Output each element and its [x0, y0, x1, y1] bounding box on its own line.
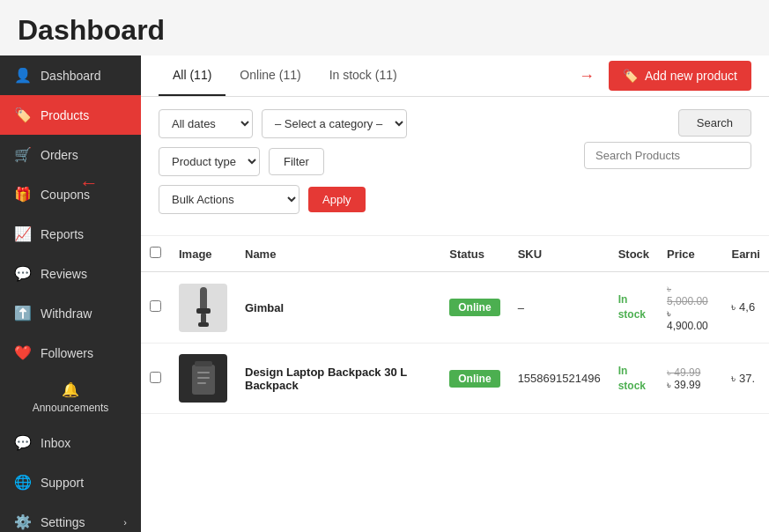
search-area: Search — [584, 109, 751, 169]
product-sku-cell: 1558691521496 — [509, 344, 610, 414]
header-stock: Stock — [610, 236, 658, 272]
select-all-checkbox[interactable] — [150, 247, 161, 258]
inbox-icon: 💬 — [14, 434, 32, 451]
sidebar-item-support[interactable]: 🌐 Support — [0, 462, 141, 502]
svg-rect-3 — [198, 322, 209, 327]
table-body: Gimbal Online – Instock ৳ 5,000.00 ৳ 4,9… — [141, 272, 769, 414]
product-name: Design Laptop Backpack 30 L Backpack — [245, 366, 407, 392]
status-badge: Online — [449, 370, 499, 388]
sidebar-item-label: Products — [41, 108, 89, 122]
sidebar-item-label: Support — [41, 476, 84, 490]
sidebar-item-settings[interactable]: ⚙️ Settings › — [0, 502, 141, 532]
product-image — [179, 284, 227, 332]
sidebar-item-reviews[interactable]: 💬 Reviews — [0, 254, 141, 293]
sidebar-item-products[interactable]: 🏷️ Products — [0, 95, 141, 135]
svg-rect-5 — [195, 361, 212, 366]
header-checkbox — [141, 236, 170, 272]
search-button[interactable]: Search — [678, 109, 751, 137]
svg-rect-0 — [200, 287, 207, 312]
sidebar-item-label: Followers — [41, 346, 93, 360]
table-header-row: Image Name Status SKU Stock Price Earni — [141, 236, 769, 272]
sidebar-item-label: Inbox — [41, 436, 70, 450]
product-name-cell: Gimbal — [236, 272, 440, 344]
products-icon: 🏷️ — [14, 107, 32, 123]
product-earnings-cell: ৳ 4,6 — [722, 272, 769, 344]
row-checkbox[interactable] — [150, 372, 161, 383]
page-title: Dashboard — [0, 0, 769, 55]
product-price-cell: ৳ 5,000.00 ৳ 4,900.00 — [658, 272, 722, 344]
add-product-icon: 🏷️ — [623, 69, 638, 83]
price-current: ৳ 4,900.00 — [667, 307, 714, 332]
product-sku: 1558691521496 — [518, 372, 601, 385]
product-stock: Instock — [618, 365, 646, 392]
sidebar-item-label: Dashboard — [41, 69, 101, 83]
sidebar-item-label: Reports — [41, 227, 84, 241]
svg-rect-8 — [197, 382, 206, 384]
reviews-icon: 💬 — [14, 265, 32, 282]
date-filter[interactable]: All dates Today This week This month — [159, 109, 253, 138]
table-row: Design Laptop Backpack 30 L Backpack Onl… — [141, 344, 769, 414]
add-product-label: Add new product — [645, 69, 737, 83]
price-original: ৳ 5,000.00 — [667, 283, 714, 307]
product-price-cell: ৳ 49.99 ৳ 39.99 — [658, 344, 722, 414]
sidebar-item-label: Orders — [41, 148, 78, 162]
row-checkbox-cell — [141, 272, 170, 344]
header-status: Status — [440, 236, 508, 272]
apply-button[interactable]: Apply — [308, 187, 366, 212]
product-status-cell: Online — [440, 344, 508, 414]
header-image: Image — [170, 236, 236, 272]
filter-row-3: Bulk Actions Edit Delete Apply — [159, 185, 751, 214]
product-image-cell — [170, 272, 236, 344]
product-name: Gimbal — [245, 301, 284, 314]
main-content: All (11) Online (11) In stock (11) → 🏷️ … — [141, 55, 769, 532]
orders-icon: 🛒 — [14, 146, 32, 163]
withdraw-icon: ⬆️ — [14, 305, 32, 321]
sidebar-item-label: Coupons — [41, 188, 90, 202]
sidebar-item-announcements[interactable]: 🔔 Announcements — [0, 373, 141, 423]
sidebar-item-label: Settings — [41, 515, 85, 529]
coupons-icon: 🎁 — [14, 186, 32, 203]
sidebar-item-reports[interactable]: 📈 Reports — [0, 214, 141, 254]
tab-in-stock[interactable]: In stock (11) — [315, 55, 411, 96]
product-stock-cell: Instock — [610, 272, 658, 344]
followers-icon: ❤️ — [14, 344, 32, 361]
row-checkbox[interactable] — [150, 300, 161, 312]
row-checkbox-cell — [141, 344, 170, 414]
products-table: Image Name Status SKU Stock Price Earni — [141, 236, 769, 414]
price-original: ৳ 49.99 — [667, 366, 714, 379]
tab-online[interactable]: Online (11) — [226, 55, 314, 96]
support-icon: 🌐 — [14, 474, 32, 491]
sidebar-item-withdraw[interactable]: ⬆️ Withdraw — [0, 293, 141, 333]
sidebar-item-coupons[interactable]: 🎁 Coupons — [0, 174, 141, 214]
svg-rect-4 — [192, 365, 215, 395]
product-type-filter[interactable]: Product type Simple Variable Grouped — [159, 147, 260, 176]
sidebar-item-orders[interactable]: 🛒 Orders — [0, 135, 141, 174]
sidebar-item-followers[interactable]: ❤️ Followers — [0, 333, 141, 373]
status-badge: Online — [449, 299, 499, 316]
bulk-actions-select[interactable]: Bulk Actions Edit Delete — [159, 185, 299, 214]
product-earnings: ৳ 4,6 — [731, 300, 755, 314]
product-sku-cell: – — [509, 272, 610, 344]
tab-all[interactable]: All (11) — [159, 55, 226, 96]
product-stock: Instock — [618, 293, 646, 321]
product-sku: – — [518, 301, 524, 314]
svg-rect-6 — [197, 372, 210, 373]
filter-button[interactable]: Filter — [269, 148, 324, 175]
sidebar: 👤 Dashboard 🏷️ Products 🛒 Orders 🎁 Coupo… — [0, 55, 141, 532]
svg-rect-1 — [196, 308, 211, 314]
tabs-list: All (11) Online (11) In stock (11) — [159, 55, 411, 96]
svg-rect-7 — [197, 377, 210, 379]
sidebar-item-dashboard[interactable]: 👤 Dashboard — [0, 55, 141, 95]
product-earnings: ৳ 37. — [731, 372, 755, 385]
sidebar-item-inbox[interactable]: 💬 Inbox — [0, 423, 141, 462]
add-new-product-button[interactable]: 🏷️ Add new product — [609, 61, 751, 91]
product-name-cell: Design Laptop Backpack 30 L Backpack — [236, 344, 440, 414]
category-filter[interactable]: – Select a category – — [262, 109, 407, 138]
search-input[interactable] — [584, 142, 751, 169]
product-status-cell: Online — [440, 272, 508, 344]
header-earnings: Earni — [722, 236, 769, 272]
header-sku: SKU — [509, 236, 610, 272]
table-row: Gimbal Online – Instock ৳ 5,000.00 ৳ 4,9… — [141, 272, 769, 344]
sidebar-item-label: Reviews — [41, 267, 87, 281]
arrow-to-add-product: → — [579, 67, 595, 85]
